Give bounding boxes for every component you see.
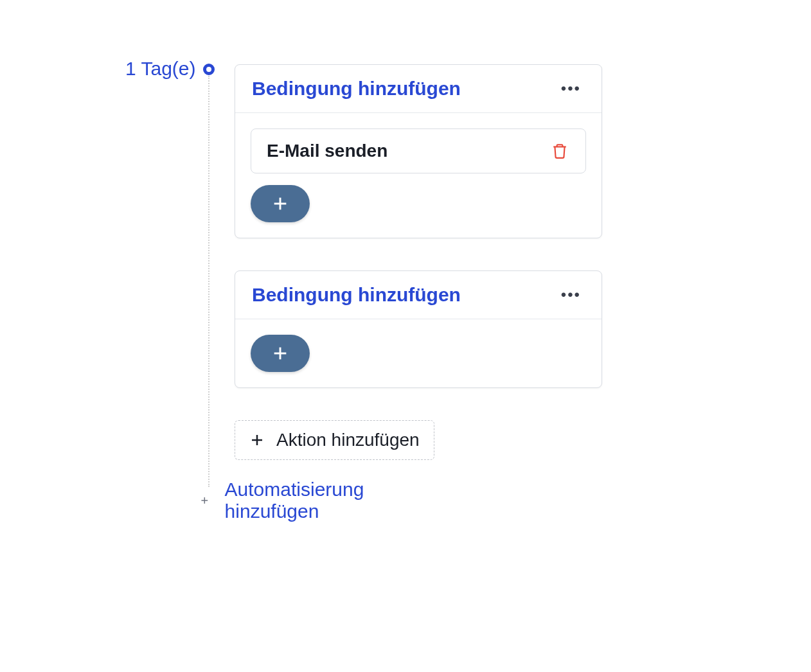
add-action-label: Aktion hinzufügen xyxy=(276,430,420,450)
trash-icon xyxy=(551,143,568,159)
condition-card: Bedingung hinzufügen ••• xyxy=(235,270,602,388)
plus-icon xyxy=(271,344,289,362)
add-action-button[interactable]: Aktion hinzufügen xyxy=(235,420,434,460)
plus-icon xyxy=(271,195,289,213)
condition-header: Bedingung hinzufügen ••• xyxy=(235,65,602,113)
add-sub-action-button[interactable] xyxy=(251,185,310,222)
plus-icon xyxy=(200,493,209,508)
more-icon[interactable]: ••• xyxy=(557,285,585,305)
add-automation-button[interactable]: Automatisierung hinzufügen xyxy=(200,479,370,522)
add-condition-link[interactable]: Bedingung hinzufügen xyxy=(252,284,461,306)
timeline-marker-icon xyxy=(203,64,215,75)
condition-header: Bedingung hinzufügen ••• xyxy=(235,271,602,319)
timeline-line xyxy=(208,76,209,487)
more-icon[interactable]: ••• xyxy=(557,78,585,99)
delete-action-button[interactable] xyxy=(549,141,570,161)
action-item[interactable]: E-Mail senden xyxy=(251,128,586,173)
day-label: 1 Tag(e) xyxy=(125,58,196,80)
condition-body: E-Mail senden xyxy=(235,113,602,238)
action-label: E-Mail senden xyxy=(267,141,388,161)
condition-body xyxy=(235,319,602,387)
plus-icon xyxy=(249,432,265,448)
condition-card: Bedingung hinzufügen ••• E-Mail senden xyxy=(235,64,602,238)
add-automation-label: Automatisierung hinzufügen xyxy=(225,479,370,522)
add-condition-link[interactable]: Bedingung hinzufügen xyxy=(252,78,461,100)
add-sub-action-button[interactable] xyxy=(251,335,310,372)
